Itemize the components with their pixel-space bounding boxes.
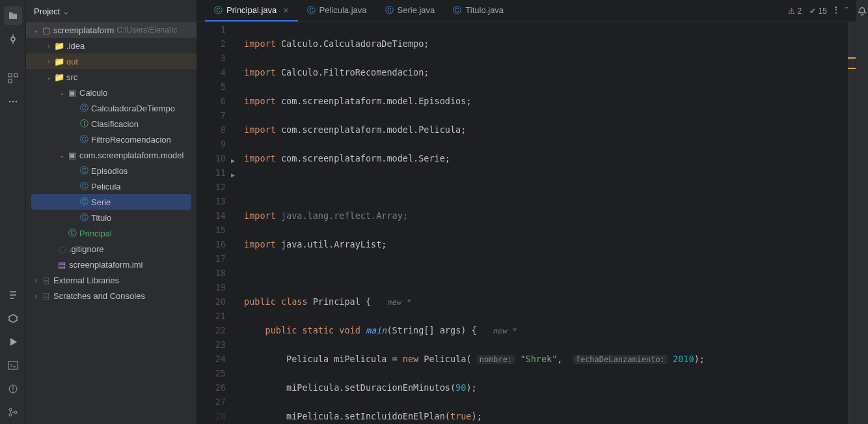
code-editor[interactable]: 123456789 10▶ 11▶ 1213141516171819202122… bbox=[197, 22, 856, 424]
warning-icon: ⚠ bbox=[788, 7, 795, 16]
tree-calculo[interactable]: ⌄▣ Calculo bbox=[26, 85, 197, 100]
svg-point-9 bbox=[12, 391, 14, 392]
project-toolwindow-icon[interactable] bbox=[4, 7, 22, 25]
tool-window-bar-right bbox=[856, 0, 868, 424]
next-highlight-icon[interactable]: ˇ bbox=[845, 7, 848, 16]
project-panel-header[interactable]: Project ⌄ bbox=[26, 0, 197, 22]
tree-episodios[interactable]: ⒸEpisodios bbox=[26, 163, 197, 178]
tab-serie[interactable]: Ⓒ Serie.java bbox=[376, 0, 444, 21]
problems-icon[interactable] bbox=[4, 380, 22, 398]
notifications-icon[interactable] bbox=[858, 7, 867, 16]
editor-area: Ⓒ Principal.java × Ⓒ Pelicula.java Ⓒ Ser… bbox=[197, 0, 856, 424]
tab-principal[interactable]: Ⓒ Principal.java × bbox=[205, 0, 298, 21]
tree-filtro[interactable]: ⒸFiltroRecomendacion bbox=[26, 132, 197, 147]
tree-src[interactable]: ⌄📁 src bbox=[26, 69, 197, 85]
more-icon[interactable]: ⋮ bbox=[832, 5, 840, 14]
tree-pelicula[interactable]: ⒸPelicula bbox=[26, 178, 197, 194]
svg-point-12 bbox=[14, 411, 17, 414]
tree-out[interactable]: ›📁 out bbox=[26, 53, 197, 69]
class-icon: Ⓒ bbox=[453, 5, 461, 16]
bookmarks-icon[interactable] bbox=[4, 286, 22, 304]
project-tree: ⌄▢ screenplataform C:\Users\Elena\Ic ›📁 … bbox=[26, 22, 197, 424]
tree-scratches[interactable]: ›⌸ Scratches and Consoles bbox=[26, 288, 197, 304]
error-stripe[interactable] bbox=[848, 22, 856, 424]
gutter[interactable]: 123456789 10▶ 11▶ 1213141516171819202122… bbox=[197, 22, 236, 424]
tab-pelicula[interactable]: Ⓒ Pelicula.java bbox=[298, 0, 376, 21]
svg-point-10 bbox=[9, 408, 12, 411]
run-icon[interactable] bbox=[4, 333, 22, 351]
svg-point-4 bbox=[8, 101, 10, 103]
class-icon: Ⓒ bbox=[214, 5, 223, 16]
svg-point-11 bbox=[9, 414, 12, 416]
tool-window-bar-left bbox=[0, 0, 26, 424]
tree-titulo[interactable]: ⒸTitulo bbox=[26, 210, 197, 225]
tree-gitignore[interactable]: ◌.gitignore bbox=[26, 241, 197, 257]
tree-model-pkg[interactable]: ⌄▣ com.screenplataform.model bbox=[26, 147, 197, 163]
svg-rect-1 bbox=[8, 74, 12, 77]
code-content[interactable]: import Calculo.CalculadoraDeTiempo; impo… bbox=[236, 22, 856, 424]
tree-iml[interactable]: ▤screenplataform.iml bbox=[26, 257, 197, 272]
svg-point-0 bbox=[11, 37, 15, 41]
svg-rect-2 bbox=[14, 74, 18, 77]
tree-root[interactable]: ⌄▢ screenplataform C:\Users\Elena\Ic bbox=[26, 22, 197, 38]
structure-toolwindow-icon[interactable] bbox=[4, 69, 22, 87]
chevron-down-icon: ⌄ bbox=[62, 7, 70, 16]
tree-principal[interactable]: ⒸPrincipal bbox=[26, 225, 197, 241]
project-panel: Project ⌄ ⌄▢ screenplataform C:\Users\El… bbox=[26, 0, 197, 424]
tree-idea[interactable]: ›📁 .idea bbox=[26, 38, 197, 53]
svg-point-5 bbox=[12, 101, 14, 103]
class-icon: Ⓒ bbox=[307, 5, 316, 16]
class-icon: Ⓒ bbox=[385, 5, 394, 16]
terminal-icon[interactable] bbox=[4, 356, 22, 375]
vcs-icon[interactable] bbox=[4, 403, 22, 421]
tab-titulo[interactable]: Ⓒ Titulo.java bbox=[444, 0, 513, 21]
tree-clasificacion[interactable]: ⒾClasificacion bbox=[26, 116, 197, 132]
tree-serie-selected[interactable]: ⒸSerie bbox=[31, 194, 191, 210]
svg-rect-3 bbox=[8, 79, 12, 83]
commit-toolwindow-icon[interactable] bbox=[4, 30, 22, 48]
check-icon: ✔ bbox=[809, 7, 816, 16]
services-icon[interactable] bbox=[4, 309, 22, 328]
inspection-widget[interactable]: ⚠ 2 ✔ 15 ˆ ˇ ⋮ bbox=[788, 0, 856, 21]
svg-rect-7 bbox=[8, 361, 18, 369]
editor-tabs: Ⓒ Principal.java × Ⓒ Pelicula.java Ⓒ Ser… bbox=[197, 0, 856, 22]
tree-external-libs[interactable]: ›⌸ External Libraries bbox=[26, 272, 197, 288]
panel-title: Project bbox=[34, 7, 60, 16]
more-toolwindows-icon[interactable] bbox=[4, 92, 22, 111]
tree-calc-tiempo[interactable]: ⒸCalculadoraDeTiempo bbox=[26, 100, 197, 116]
close-icon[interactable]: × bbox=[283, 5, 288, 16]
svg-point-6 bbox=[15, 101, 17, 103]
